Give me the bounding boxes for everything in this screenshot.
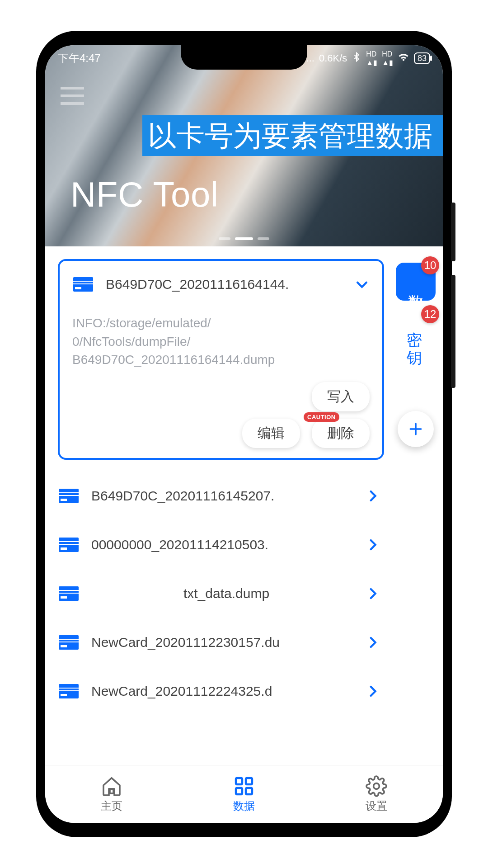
nav-data[interactable]: 数据 <box>178 765 310 823</box>
wifi-icon <box>398 51 409 66</box>
side-tab-data[interactable]: 10 数据 <box>396 263 436 301</box>
svg-rect-15 <box>61 596 67 599</box>
delete-button[interactable]: CAUTION 删除 <box>312 419 370 448</box>
info-text: INFO:/storage/emulated/ 0/NfcTools/dumpF… <box>72 314 370 369</box>
svg-rect-19 <box>61 645 67 647</box>
svg-rect-10 <box>59 542 79 544</box>
gear-icon <box>366 775 387 797</box>
card-icon <box>58 488 80 504</box>
sim-hd-icon: HD▲▮ <box>366 50 377 67</box>
bottom-nav: 主页 数据 设置 <box>45 765 443 823</box>
battery-icon: 83 <box>414 52 430 64</box>
svg-rect-26 <box>110 789 113 793</box>
svg-rect-23 <box>61 694 67 696</box>
svg-rect-11 <box>61 547 67 550</box>
write-button[interactable]: 写入 <box>312 382 370 411</box>
list-item-filename: B649D70C_20201116145207. <box>91 488 361 504</box>
notch <box>181 45 307 70</box>
svg-rect-30 <box>246 788 252 794</box>
net-speed: 0.6K/s <box>319 52 347 64</box>
card-icon <box>72 276 94 292</box>
list-item[interactable]: NewCard_20201112230157.du <box>58 618 384 667</box>
nav-settings[interactable]: 设置 <box>310 765 443 823</box>
expanded-card[interactable]: B649D70C_20201116164144. INFO:/storage/e… <box>58 259 384 460</box>
caution-badge: CAUTION <box>304 412 339 422</box>
nav-home[interactable]: 主页 <box>45 765 178 823</box>
svg-point-31 <box>374 783 380 789</box>
grid-icon <box>233 775 255 797</box>
list-item-filename: NewCard_20201112224325.d <box>91 684 361 699</box>
list-item[interactable]: 00000000_20201114210503. <box>58 520 384 569</box>
nav-label: 主页 <box>101 799 122 813</box>
phone-side-button <box>451 275 455 388</box>
main-area: B649D70C_20201116164144. INFO:/storage/e… <box>45 246 443 765</box>
svg-rect-28 <box>246 778 252 784</box>
screen: 以卡号为要素管理数据 下午4:47 ... 0.6K/s HD▲▮ HD▲▮ 8… <box>45 45 443 823</box>
banner-overlay: 以卡号为要素管理数据 <box>142 115 443 156</box>
signal-dots-icon: ... <box>306 52 314 64</box>
side-panel: 10 数据 12 密 钥 <box>389 246 443 765</box>
svg-rect-22 <box>59 689 79 690</box>
bluetooth-icon <box>352 52 361 65</box>
add-button[interactable] <box>398 411 434 447</box>
carousel-dots[interactable] <box>219 237 269 240</box>
chevron-right-icon[interactable] <box>365 586 380 601</box>
home-icon <box>101 775 122 797</box>
hero-title: NFC Tool <box>70 174 219 215</box>
card-icon <box>58 634 80 651</box>
list-item[interactable]: B649D70C_20201116145207. <box>58 472 384 520</box>
chevron-right-icon[interactable] <box>365 684 380 699</box>
list-item-filename: NewCard_20201112230157.du <box>91 635 361 650</box>
card-icon <box>58 585 80 602</box>
chevron-right-icon[interactable] <box>365 488 380 504</box>
side-tab-keys[interactable]: 12 密 钥 <box>396 311 436 379</box>
svg-rect-29 <box>236 788 242 794</box>
list-item[interactable]: txt_data.dump <box>58 569 384 618</box>
list-item[interactable]: NewCard_20201112224325.d <box>58 667 384 716</box>
list-item-filename: 00000000_20201114210503. <box>91 537 361 552</box>
svg-rect-6 <box>59 493 79 495</box>
status-time: 下午4:47 <box>58 51 101 66</box>
svg-rect-3 <box>75 287 81 289</box>
side-tab-label: 密 钥 <box>407 331 425 367</box>
sim-hd-icon: HD▲▮ <box>382 50 393 67</box>
svg-rect-14 <box>59 591 79 593</box>
svg-rect-2 <box>73 282 93 283</box>
badge: 10 <box>421 256 439 274</box>
status-indicators: ... 0.6K/s HD▲▮ HD▲▮ 83 <box>306 50 430 67</box>
edit-button[interactable]: 编辑 <box>242 419 300 448</box>
card-filename: B649D70C_20201116164144. <box>106 277 351 292</box>
list-panel[interactable]: B649D70C_20201116164144. INFO:/storage/e… <box>45 246 389 765</box>
chevron-right-icon[interactable] <box>365 635 380 650</box>
list-item-filename: txt_data.dump <box>91 586 361 601</box>
chevron-down-icon[interactable] <box>354 277 370 292</box>
menu-icon[interactable] <box>61 87 84 105</box>
svg-rect-7 <box>61 499 67 501</box>
nav-label: 设置 <box>366 799 387 813</box>
chevron-right-icon[interactable] <box>365 537 380 552</box>
badge: 12 <box>421 305 439 323</box>
phone-side-button <box>451 203 455 261</box>
phone-frame: 以卡号为要素管理数据 下午4:47 ... 0.6K/s HD▲▮ HD▲▮ 8… <box>36 31 452 837</box>
card-icon <box>58 537 80 553</box>
svg-rect-18 <box>59 640 79 642</box>
side-tab-label: 数据 <box>407 283 424 288</box>
nav-label: 数据 <box>233 799 255 813</box>
card-icon <box>58 683 80 699</box>
svg-rect-27 <box>236 778 242 784</box>
